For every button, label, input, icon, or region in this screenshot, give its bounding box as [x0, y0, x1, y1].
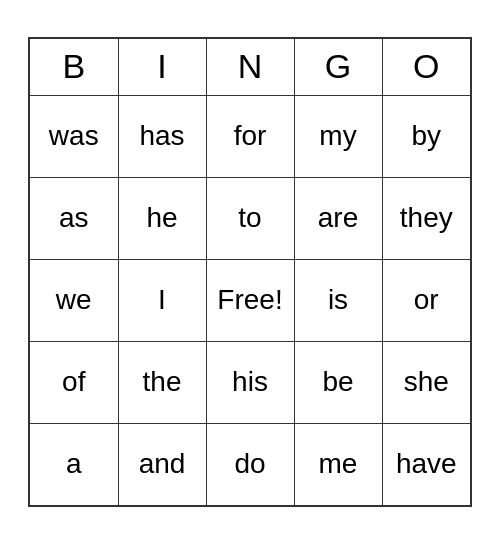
bingo-card: B I N G O washasformybyashetoaretheyweIF…: [28, 37, 472, 507]
bingo-body: washasformybyashetoaretheyweIFree!isorof…: [30, 95, 470, 505]
col-g: G: [294, 39, 382, 95]
cell-r2-c0: we: [30, 259, 118, 341]
col-o: O: [382, 39, 470, 95]
cell-r3-c4: she: [382, 341, 470, 423]
cell-r0-c3: my: [294, 95, 382, 177]
table-row: ashetoarethey: [30, 177, 470, 259]
cell-r3-c2: his: [206, 341, 294, 423]
cell-r0-c1: has: [118, 95, 206, 177]
cell-r1-c4: they: [382, 177, 470, 259]
cell-r4-c2: do: [206, 423, 294, 505]
table-row: washasformyby: [30, 95, 470, 177]
cell-r1-c1: he: [118, 177, 206, 259]
cell-r0-c2: for: [206, 95, 294, 177]
cell-r0-c0: was: [30, 95, 118, 177]
col-n: N: [206, 39, 294, 95]
cell-r4-c4: have: [382, 423, 470, 505]
cell-r2-c2: Free!: [206, 259, 294, 341]
cell-r1-c3: are: [294, 177, 382, 259]
cell-r4-c0: a: [30, 423, 118, 505]
cell-r0-c4: by: [382, 95, 470, 177]
cell-r3-c1: the: [118, 341, 206, 423]
table-row: weIFree!isor: [30, 259, 470, 341]
header-row: B I N G O: [30, 39, 470, 95]
cell-r1-c2: to: [206, 177, 294, 259]
cell-r4-c3: me: [294, 423, 382, 505]
table-row: ofthehisbeshe: [30, 341, 470, 423]
cell-r2-c3: is: [294, 259, 382, 341]
cell-r4-c1: and: [118, 423, 206, 505]
bingo-table: B I N G O washasformybyashetoaretheyweIF…: [30, 39, 470, 505]
cell-r2-c4: or: [382, 259, 470, 341]
cell-r2-c1: I: [118, 259, 206, 341]
table-row: aanddomehave: [30, 423, 470, 505]
cell-r1-c0: as: [30, 177, 118, 259]
cell-r3-c0: of: [30, 341, 118, 423]
col-b: B: [30, 39, 118, 95]
col-i: I: [118, 39, 206, 95]
cell-r3-c3: be: [294, 341, 382, 423]
